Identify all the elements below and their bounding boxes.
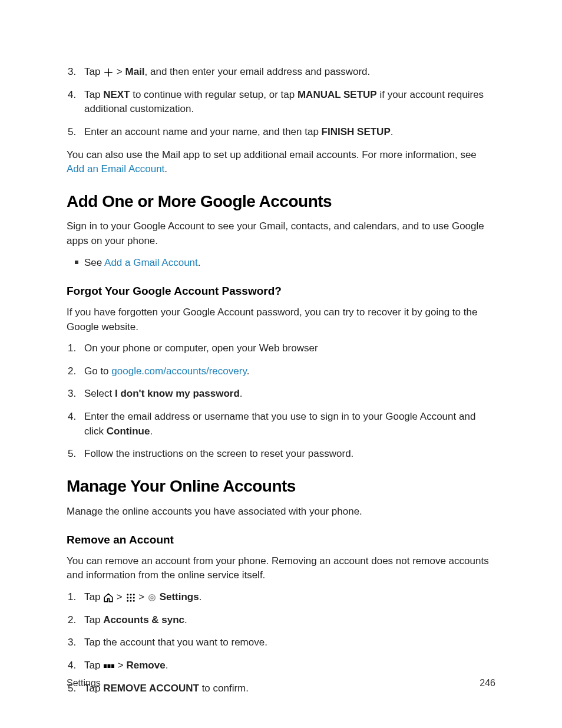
svg-rect-11 [104, 664, 107, 668]
forgot-step-3: Select I don't know my password. [67, 387, 495, 401]
separator: > [115, 660, 126, 671]
step-text: Tap [84, 66, 103, 77]
step-text: , and then enter your email address and … [145, 66, 371, 77]
step-text: . [391, 126, 394, 137]
footer-page-number: 246 [480, 676, 495, 690]
home-icon [103, 592, 114, 603]
forgot-step-1: On your phone or computer, open your Web… [67, 341, 495, 356]
svg-point-9 [149, 594, 156, 601]
remove-step-2: Tap Accounts & sync. [67, 613, 495, 628]
continue-label: Continue [107, 426, 150, 437]
heading-forgot-password: Forgot Your Google Account Password? [67, 283, 495, 299]
forgot-step-4: Enter the email address or username that… [67, 410, 495, 439]
forgot-password-steps: On your phone or computer, open your Web… [67, 341, 495, 462]
svg-rect-12 [108, 664, 111, 668]
step-text: Tap [84, 89, 103, 100]
manage-accounts-desc: Manage the online accounts you have asso… [67, 505, 495, 519]
page-footer: Settings 246 [67, 676, 495, 690]
svg-point-8 [133, 599, 134, 601]
add-email-account-link[interactable]: Add an Email Account [67, 163, 164, 174]
heading-manage-accounts: Manage Your Online Accounts [67, 475, 495, 499]
forgot-step-5: Follow the instructions on the screen to… [67, 447, 495, 462]
bullet-text: . [198, 257, 201, 268]
svg-point-10 [151, 597, 153, 599]
accounts-sync-label: Accounts & sync [103, 614, 184, 625]
bullet-text: See [84, 257, 104, 268]
step-text: to continue with regular setup, or tap [130, 89, 297, 100]
svg-point-4 [130, 597, 131, 598]
separator: > [114, 591, 125, 602]
finish-setup-label: FINISH SETUP [322, 126, 391, 137]
heading-remove-account: Remove an Account [67, 532, 495, 548]
para-text: . [164, 163, 167, 174]
step-text: . [247, 365, 250, 377]
step-text: Select [84, 388, 115, 399]
step-text: . [150, 426, 153, 437]
step-text: . [184, 614, 187, 625]
email-setup-steps-continued: Tap > Mail, and then enter your email ad… [67, 65, 495, 140]
manual-setup-label: MANUAL SETUP [297, 89, 377, 100]
more-menu-icon [103, 663, 115, 670]
step-text: Tap [84, 660, 103, 671]
google-accounts-desc: Sign in to your Google Account to see yo… [67, 219, 495, 248]
plus-icon [103, 67, 114, 78]
step-text: Tap [84, 591, 103, 602]
forgot-step-2: Go to google.com/accounts/recovery. [67, 364, 495, 379]
separator: > [136, 591, 147, 602]
next-label: NEXT [103, 89, 130, 100]
svg-point-1 [130, 594, 131, 595]
remove-step-4: Tap > Remove. [67, 658, 495, 673]
svg-point-5 [133, 597, 134, 598]
svg-point-7 [130, 599, 131, 601]
settings-label: Settings [160, 591, 199, 602]
svg-point-6 [127, 599, 128, 601]
see-gmail-item: See Add a Gmail Account. [67, 256, 495, 271]
heading-google-accounts: Add One or More Google Accounts [67, 190, 495, 214]
remove-step-3: Tap the account that you want to remove. [67, 635, 495, 650]
add-email-info: You can also use the Mail app to set up … [67, 148, 495, 177]
step-text: . [240, 388, 243, 399]
step-5: Enter an account name and your name, and… [67, 125, 495, 140]
footer-section: Settings [67, 676, 101, 690]
remove-label: Remove [127, 660, 166, 671]
step-text: . [166, 660, 168, 671]
step-text: Tap [84, 614, 103, 625]
step-text: . [199, 591, 202, 602]
mail-label: Mail [125, 66, 145, 77]
step-4: Tap NEXT to continue with regular setup,… [67, 88, 495, 117]
step-3: Tap > Mail, and then enter your email ad… [67, 65, 495, 80]
remove-account-desc: You can remove an account from your phon… [67, 554, 495, 583]
svg-point-3 [127, 597, 128, 598]
forgot-password-desc: If you have forgotten your Google Accoun… [67, 305, 495, 334]
see-bullet-list: See Add a Gmail Account. [67, 256, 495, 271]
svg-rect-13 [111, 664, 114, 668]
dont-know-password-label: I don't know my password [115, 388, 240, 399]
remove-step-1: Tap > > Settings. [67, 590, 495, 605]
step-text: Go to [84, 365, 111, 377]
svg-point-0 [127, 594, 128, 595]
apps-grid-icon [125, 592, 136, 603]
settings-gear-icon [147, 593, 157, 602]
step-text: Enter an account name and your name, and… [84, 126, 322, 137]
add-gmail-account-link[interactable]: Add a Gmail Account [104, 257, 198, 268]
para-text: You can also use the Mail app to set up … [67, 149, 477, 160]
recovery-link[interactable]: google.com/accounts/recovery [111, 365, 246, 377]
svg-point-2 [133, 594, 134, 595]
separator: > [114, 66, 125, 77]
